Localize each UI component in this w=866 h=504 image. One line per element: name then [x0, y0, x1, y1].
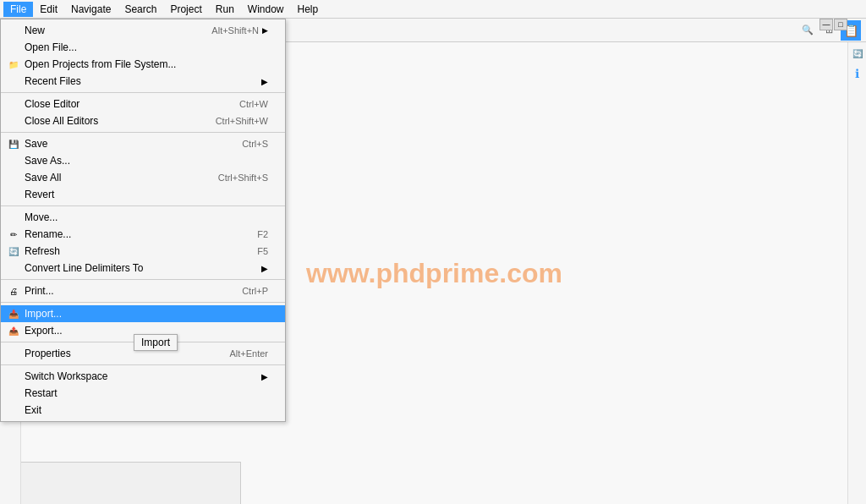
menu-help[interactable]: Help: [291, 2, 326, 17]
revert-icon: [6, 187, 21, 202]
menu-print[interactable]: 🖨 Print... Ctrl+P: [1, 282, 285, 299]
switch-workspace-icon: [6, 369, 21, 384]
menu-open-projects[interactable]: 📁 Open Projects from File System...: [1, 56, 285, 73]
restart-icon: [6, 386, 21, 401]
sep3: [1, 205, 285, 206]
rename-icon: ✏: [6, 227, 21, 242]
save-all-icon: [6, 170, 21, 185]
menu-navigate[interactable]: Navigate: [64, 2, 118, 17]
menu-close-all-editors[interactable]: Close All Editors Ctrl+Shift+W: [1, 112, 285, 129]
sep1: [1, 92, 285, 93]
move-icon: [6, 210, 21, 225]
menu-refresh[interactable]: 🔄 Refresh F5: [1, 243, 285, 260]
sep5: [1, 302, 285, 303]
menu-import[interactable]: 📥 Import...: [1, 305, 285, 322]
export-icon: 📤: [6, 323, 21, 338]
bottom-panel: [21, 462, 241, 504]
import-icon: 📥: [6, 306, 21, 321]
watermark: www.phdprime.com: [306, 258, 562, 289]
switch-workspace-arrow-icon: ▶: [261, 372, 268, 381]
toolbar-search[interactable]: 🔍: [798, 21, 817, 40]
menu-close-editor[interactable]: Close Editor Ctrl+W: [1, 96, 285, 112]
new-arrow-icon: ▶: [262, 26, 268, 35]
new-icon: [6, 23, 21, 38]
minimize-button[interactable]: —: [819, 19, 833, 30]
menu-export[interactable]: 📤 Export...: [1, 322, 285, 339]
menu-search[interactable]: Search: [118, 2, 163, 17]
menu-file[interactable]: File: [3, 2, 33, 17]
sep7: [1, 364, 285, 365]
right-sidebar-info-icon[interactable]: ℹ: [850, 66, 865, 81]
convert-arrow-icon: ▶: [261, 264, 268, 273]
sep6: [1, 342, 285, 342]
close-editor-icon: [6, 96, 21, 112]
menu-properties[interactable]: Properties Alt+Enter: [1, 345, 285, 362]
save-icon: 💾: [6, 136, 21, 151]
sep4: [1, 279, 285, 280]
exit-icon: [6, 403, 21, 418]
recent-files-icon: [6, 74, 21, 89]
menu-revert[interactable]: Revert: [1, 186, 285, 203]
menu-rename[interactable]: ✏ Rename... F2: [1, 226, 285, 243]
save-as-icon: [6, 153, 21, 168]
menu-recent-files[interactable]: Recent Files ▶: [1, 73, 285, 90]
file-menu-dropdown[interactable]: New Alt+Shift+N ▶ Open File... 📁 Open Pr…: [0, 19, 286, 422]
menu-switch-workspace[interactable]: Switch Workspace ▶: [1, 368, 285, 385]
sep2: [1, 132, 285, 133]
menu-save[interactable]: 💾 Save Ctrl+S: [1, 135, 285, 152]
print-icon: 🖨: [6, 283, 21, 299]
menu-run[interactable]: Run: [209, 2, 241, 17]
menu-exit[interactable]: Exit: [1, 402, 285, 419]
menu-save-as[interactable]: Save As...: [1, 152, 285, 169]
open-projects-icon: 📁: [6, 57, 21, 72]
menubar: File Edit Navigate Search Project Run Wi…: [0, 0, 866, 19]
recent-files-arrow-icon: ▶: [261, 77, 268, 86]
refresh-icon: 🔄: [6, 244, 21, 259]
menu-convert-line[interactable]: Convert Line Delimiters To ▶: [1, 260, 285, 277]
menu-window[interactable]: Window: [241, 2, 291, 17]
menu-move[interactable]: Move...: [1, 209, 285, 226]
menu-save-all[interactable]: Save All Ctrl+Shift+S: [1, 169, 285, 186]
menu-edit[interactable]: Edit: [33, 2, 64, 17]
menu-open-file[interactable]: Open File...: [1, 39, 285, 56]
menu-restart[interactable]: Restart: [1, 385, 285, 402]
menu-new[interactable]: New Alt+Shift+N ▶: [1, 22, 285, 39]
maximize-button[interactable]: □: [834, 19, 847, 30]
close-all-icon: [6, 113, 21, 129]
window-controls: — □: [819, 19, 847, 30]
properties-icon: [6, 346, 21, 361]
menu-project[interactable]: Project: [163, 2, 208, 17]
convert-icon: [6, 260, 21, 276]
right-sidebar-restore-icon[interactable]: 🔄: [850, 46, 865, 61]
right-sidebar: 🔄 ℹ: [847, 42, 866, 504]
open-file-icon: [6, 40, 21, 55]
